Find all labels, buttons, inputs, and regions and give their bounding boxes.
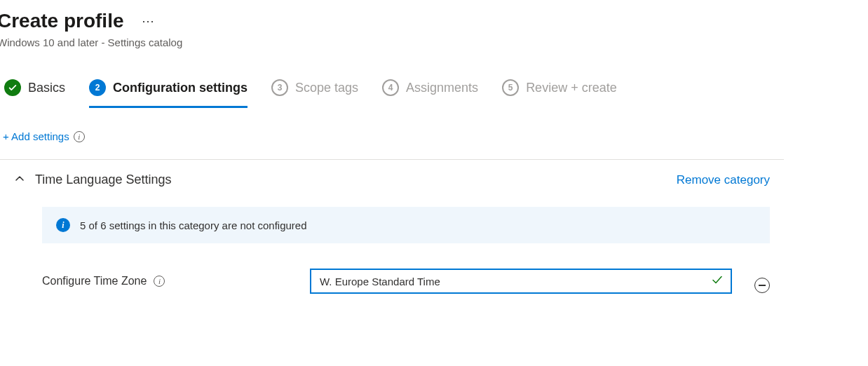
minus-icon [759,285,766,286]
wizard-step-scope-tags[interactable]: 3 Scope tags [271,79,358,108]
page-title: Create profile [0,10,124,32]
info-banner-text: 5 of 6 settings in this category are not… [80,219,307,231]
page-subtitle: Windows 10 and later - Settings catalog [0,36,868,48]
timezone-input[interactable] [310,269,732,294]
wizard-step-configuration-settings[interactable]: 2 Configuration settings [89,79,247,108]
more-actions-button[interactable]: ··· [138,14,159,29]
step-number-icon: 3 [271,79,288,96]
wizard-steps: Basics 2 Configuration settings 3 Scope … [0,79,868,108]
remove-category-link[interactable]: Remove category [677,173,770,187]
wizard-step-review-create[interactable]: 5 Review + create [502,79,617,108]
setting-label: Configure Time Zone [42,275,147,287]
info-icon: i [56,218,70,232]
wizard-step-basics[interactable]: Basics [4,79,65,108]
step-number-icon: 5 [502,79,519,96]
wizard-step-label: Basics [28,81,65,95]
wizard-step-label: Assignments [406,81,478,95]
setting-row: Configure Time Zone i [42,269,868,294]
add-settings-link[interactable]: + Add settings [3,130,69,142]
wizard-step-label: Configuration settings [113,81,247,95]
category-title: Time Language Settings [35,172,171,187]
info-banner: i 5 of 6 settings in this category are n… [42,207,770,243]
chevron-up-icon[interactable] [14,173,25,187]
info-icon[interactable]: i [74,131,85,142]
check-icon [711,273,724,289]
info-icon[interactable]: i [154,276,165,287]
step-number-icon: 4 [382,79,399,96]
wizard-step-assignments[interactable]: 4 Assignments [382,79,478,108]
step-number-icon: 2 [89,79,106,96]
wizard-step-label: Review + create [526,81,617,95]
remove-setting-button[interactable] [754,278,770,293]
wizard-step-label: Scope tags [295,81,358,95]
check-icon [4,79,21,96]
